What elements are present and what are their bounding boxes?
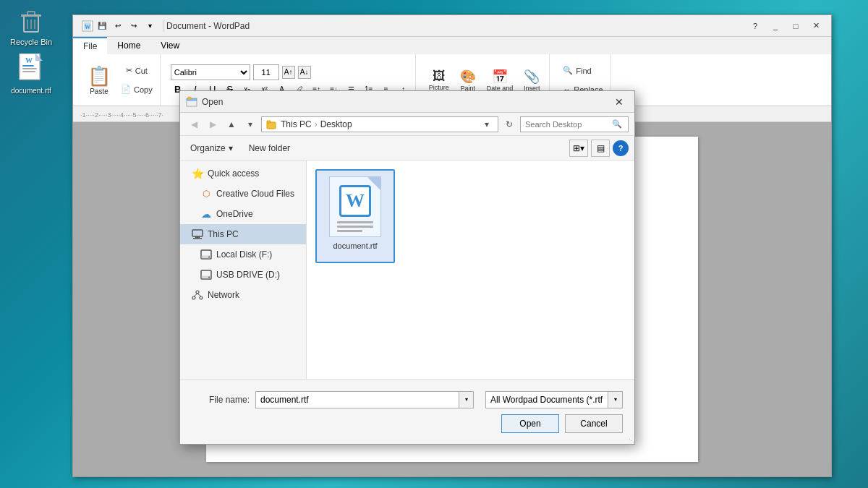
- nav-item-quick-access-label: Quick access: [208, 168, 259, 179]
- pane-btn[interactable]: ▤: [591, 140, 610, 157]
- qa-dropdown-btn[interactable]: ▾: [142, 20, 157, 33]
- nav-item-local-disk-label: Local Disk (F:): [216, 249, 272, 260]
- maximize-btn[interactable]: □: [786, 19, 805, 33]
- svg-text:W: W: [85, 24, 90, 30]
- path-desktop[interactable]: Desktop: [320, 119, 352, 129]
- folder-icon: [266, 119, 276, 129]
- svg-line-34: [194, 294, 197, 296]
- line-2: [337, 226, 373, 228]
- creative-cloud-icon: ⬡: [200, 188, 212, 200]
- desktop-doc-label: document.rtf: [11, 87, 51, 95]
- address-dropdown-btn[interactable]: ▾: [480, 118, 493, 131]
- nav-item-usb-drive-label: USB DRIVE (D:): [216, 270, 280, 280]
- nav-up-btn[interactable]: ▲: [224, 116, 239, 132]
- wordpad-app-icon: W: [82, 20, 93, 32]
- svg-text:W: W: [25, 56, 33, 64]
- quick-access-toolbar: W 💾 ↩ ↪ ▾: [79, 18, 160, 34]
- open-dialog: Open ✕ ◀ ▶ ▲ ▾ This PC › Desktop ▾ ↻: [179, 90, 635, 445]
- minimize-btn[interactable]: _: [766, 19, 785, 33]
- file-item-name: document.rtf: [333, 241, 377, 250]
- tab-home[interactable]: Home: [107, 37, 150, 54]
- this-pc-icon: [192, 228, 203, 240]
- filename-dropdown-btn[interactable]: ▾: [459, 391, 474, 408]
- paste-btn[interactable]: 📋 Paste: [83, 60, 115, 100]
- nav-recent-btn[interactable]: ▾: [242, 116, 258, 132]
- font-shrink-btn[interactable]: A↓: [298, 66, 311, 79]
- svg-point-31: [196, 291, 199, 294]
- file-icon: W: [329, 176, 381, 237]
- dialog-close-btn[interactable]: ✕: [610, 95, 629, 109]
- filetype-dropdown-btn[interactable]: ▾: [608, 391, 623, 408]
- redo-btn[interactable]: ↪: [127, 20, 141, 33]
- font-size-input[interactable]: [253, 64, 279, 80]
- line-1: [337, 221, 373, 223]
- nav-item-quick-access[interactable]: ⭐ Quick access: [180, 163, 306, 184]
- undo-btn[interactable]: ↩: [111, 20, 125, 33]
- wordpad-title-bar: W 💾 ↩ ↪ ▾ Document - WordPad ? _ □ ✕: [73, 15, 831, 37]
- recycle-bin-label: Recycle Bin: [10, 38, 52, 46]
- nav-item-local-disk[interactable]: Local Disk (F:): [180, 244, 306, 265]
- search-input[interactable]: [525, 120, 612, 129]
- file-item-document-rtf[interactable]: W document.rtf: [315, 169, 395, 263]
- nav-item-onedrive-label: OneDrive: [216, 209, 253, 219]
- nav-item-usb-drive[interactable]: USB DRIVE (D:): [180, 265, 306, 285]
- dialog-action-btns: Open Cancel: [192, 414, 623, 433]
- nav-item-this-pc[interactable]: This PC: [180, 224, 306, 244]
- nav-item-onedrive[interactable]: ☁ OneDrive: [180, 204, 306, 224]
- nav-item-creative-cloud-label: Creative Cloud Files: [216, 189, 294, 199]
- help-btn[interactable]: ?: [746, 19, 765, 33]
- svg-rect-21: [267, 121, 271, 123]
- window-controls: ? _ □ ✕: [746, 19, 825, 33]
- line-3: [337, 230, 362, 232]
- nav-item-creative-cloud[interactable]: ⬡ Creative Cloud Files: [180, 184, 306, 204]
- cancel-btn[interactable]: Cancel: [565, 414, 623, 433]
- save-quick-btn[interactable]: 💾: [95, 20, 109, 33]
- dialog-help-btn[interactable]: ?: [613, 140, 629, 156]
- search-box[interactable]: 🔍: [520, 116, 629, 132]
- open-btn[interactable]: Open: [501, 414, 559, 433]
- view-mode-btn[interactable]: ⊞▾: [569, 140, 588, 157]
- svg-point-32: [192, 296, 195, 299]
- svg-rect-9: [22, 68, 37, 69]
- path-this-pc[interactable]: This PC: [281, 119, 312, 129]
- svg-rect-10: [22, 71, 35, 72]
- copy-btn[interactable]: 📄 Copy: [118, 81, 156, 98]
- tab-view[interactable]: View: [150, 37, 190, 54]
- dialog-bottom: File name: ▾ ▾ Open Cancel: [180, 379, 634, 444]
- organize-chevron: ▾: [229, 143, 233, 153]
- svg-rect-22: [192, 230, 203, 236]
- svg-point-33: [200, 296, 203, 299]
- dialog-title: Open: [202, 97, 610, 107]
- dialog-address-bar: ◀ ▶ ▲ ▾ This PC › Desktop ▾ ↻ 🔍: [180, 113, 634, 136]
- filetype-input[interactable]: [485, 391, 608, 408]
- organize-btn[interactable]: Organize ▾: [186, 141, 237, 155]
- dialog-title-bar: Open ✕: [180, 91, 634, 113]
- filename-input[interactable]: [255, 391, 459, 408]
- files-area[interactable]: W document.rtf: [307, 160, 634, 379]
- new-folder-label: New folder: [249, 143, 290, 153]
- recycle-bin-image: [18, 9, 44, 35]
- filename-row: File name: ▾ ▾: [192, 391, 623, 408]
- svg-rect-23: [195, 236, 200, 238]
- recycle-bin-icon[interactable]: Recycle Bin: [6, 6, 56, 49]
- dialog-icon: [186, 96, 197, 108]
- new-folder-btn[interactable]: New folder: [243, 141, 296, 155]
- filetype-wrap: ▾: [485, 391, 623, 408]
- network-icon: [192, 289, 203, 301]
- cut-btn[interactable]: ✂ Cut: [118, 62, 156, 80]
- clipboard-group: 📋 Paste ✂ Cut 📄 Copy: [79, 54, 161, 106]
- resize-handle[interactable]: ⋱: [626, 435, 634, 444]
- close-btn[interactable]: ✕: [807, 19, 825, 33]
- font-grow-btn[interactable]: A↑: [282, 66, 295, 79]
- nav-item-network[interactable]: Network: [180, 285, 306, 305]
- font-family-select[interactable]: Calibri: [171, 64, 250, 80]
- organize-label: Organize: [190, 143, 226, 153]
- nav-back-btn[interactable]: ◀: [186, 116, 202, 132]
- wordpad-title: Document - WordPad: [166, 21, 746, 31]
- tab-file[interactable]: File: [73, 37, 107, 54]
- desktop-doc-icon[interactable]: W document.rtf: [6, 51, 56, 98]
- refresh-btn[interactable]: ↻: [501, 116, 517, 132]
- search-icon: 🔍: [612, 119, 622, 129]
- find-btn[interactable]: 🔍 Find: [560, 63, 594, 79]
- nav-forward-btn[interactable]: ▶: [205, 116, 221, 132]
